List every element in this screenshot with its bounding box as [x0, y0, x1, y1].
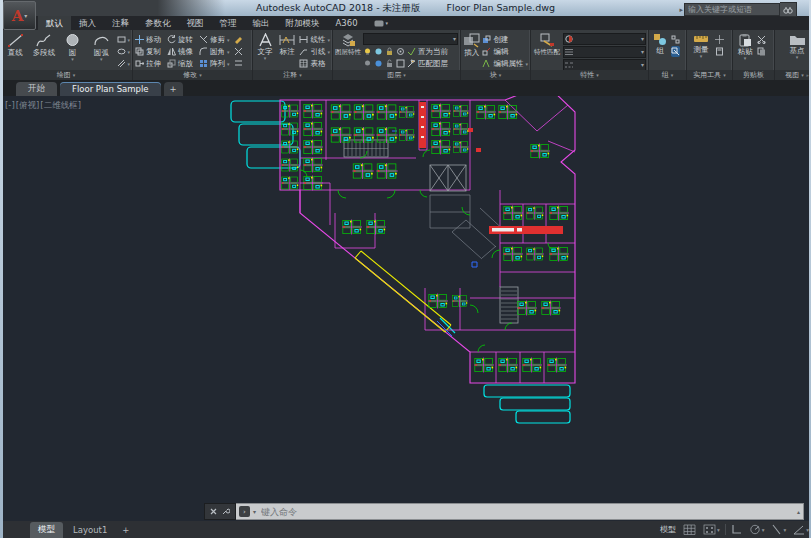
- move-tool[interactable]: 移动: [135, 34, 161, 45]
- edit-block-tool[interactable]: 编辑: [482, 46, 528, 57]
- panel-block-footer[interactable]: 块▾: [461, 70, 530, 80]
- layer-properties-button[interactable]: 图层特性: [335, 32, 361, 56]
- arc-tool[interactable]: 圆弧▾: [88, 32, 115, 61]
- help-search-input[interactable]: [684, 3, 780, 16]
- recent-commands-dropdown-icon[interactable]: ▾: [253, 508, 256, 515]
- circle-tool[interactable]: 圆▾: [59, 32, 86, 61]
- layer-unlock-icon[interactable]: [385, 59, 394, 68]
- panel-annotation-footer[interactable]: 注释▾: [253, 70, 332, 80]
- layer-thaw-icon[interactable]: [374, 59, 383, 68]
- group-selection-toggle[interactable]: [671, 46, 680, 57]
- polar-tracking-icon[interactable]: ▾: [747, 523, 767, 536]
- panel-view-footer[interactable]: 视图▾»: [775, 70, 811, 80]
- copy-tool[interactable]: 复制: [135, 46, 161, 57]
- model-space-canvas[interactable]: [-] [俯视] [二维线框]: [0, 96, 811, 521]
- point-tool-icon[interactable]: [715, 34, 724, 45]
- ribbon-tab-annotate[interactable]: 注释: [104, 16, 137, 30]
- ortho-icon[interactable]: [729, 523, 744, 536]
- layer-isolate-icon[interactable]: [396, 47, 405, 56]
- rectangle-tool-icon[interactable]: ▾: [117, 34, 131, 45]
- viewport-view-control[interactable]: [俯视]: [16, 100, 40, 112]
- hatch-tool-icon[interactable]: ▾: [117, 58, 131, 69]
- layer-dropdown[interactable]: [363, 33, 458, 45]
- application-menu-button[interactable]: A▾: [3, 1, 36, 30]
- scale-tool[interactable]: 缩放: [167, 58, 193, 69]
- ribbon-tab-parametric[interactable]: 参数化: [137, 16, 179, 30]
- ribbon-tab-addins[interactable]: 附加模块: [278, 16, 328, 30]
- trim-tool[interactable]: 修剪▾: [199, 34, 230, 45]
- linear-dimension-tool[interactable]: 线性▾: [299, 34, 330, 45]
- layout1-tab[interactable]: Layout1: [65, 523, 115, 537]
- ribbon-tab-output[interactable]: 输出: [245, 16, 278, 30]
- ribbon-tab-home[interactable]: 默认: [38, 16, 71, 30]
- leader-tool[interactable]: 引线▾: [299, 46, 330, 57]
- snap-icon[interactable]: ▾: [701, 523, 722, 536]
- search-binoculars-icon[interactable]: [780, 2, 797, 17]
- panel-groups-footer[interactable]: 组▾: [649, 70, 686, 80]
- ribbon-tab-insert[interactable]: 插入: [71, 16, 104, 30]
- customize-command-icon[interactable]: [221, 507, 230, 516]
- title-bar[interactable]: Autodesk AutoCAD 2018 - 未注册版 Floor Plan …: [0, 0, 811, 16]
- dimension-tool[interactable]: 标注: [277, 32, 297, 56]
- polyline-tool[interactable]: 多段线: [31, 32, 58, 57]
- match-properties-button[interactable]: 特性匹配: [533, 32, 561, 56]
- model-space-toggle[interactable]: 模型: [658, 523, 678, 536]
- close-command-icon[interactable]: [210, 508, 217, 515]
- calculator-tool-icon[interactable]: [715, 46, 724, 57]
- ellipse-tool-icon[interactable]: ▾: [117, 46, 131, 57]
- lineweight-dropdown[interactable]: [563, 46, 646, 58]
- fillet-tool[interactable]: 圆角▾: [199, 46, 230, 57]
- base-button[interactable]: 基点▾: [782, 32, 811, 59]
- isodraft-icon[interactable]: ▾: [769, 523, 788, 536]
- panel-modify-footer[interactable]: 修改▾: [133, 70, 252, 80]
- layer-off-icon[interactable]: [363, 59, 372, 68]
- object-color-dropdown[interactable]: [563, 33, 646, 45]
- table-tool[interactable]: 表格: [299, 58, 330, 69]
- command-input-area[interactable]: › ▾ ▴: [236, 503, 804, 520]
- ribbon-tab-a360[interactable]: A360: [328, 16, 366, 30]
- panel-utilities-footer[interactable]: 实用工具▾: [687, 70, 732, 80]
- erase-tool-icon[interactable]: [234, 34, 243, 45]
- ungroup-tool-icon[interactable]: [671, 34, 680, 45]
- offset-tool-icon[interactable]: [234, 58, 243, 69]
- match-layer-button[interactable]: 匹配图层: [407, 58, 448, 69]
- command-history-expand-icon[interactable]: ▴: [797, 508, 800, 515]
- panel-properties-footer[interactable]: 特性▾: [531, 70, 648, 80]
- line-tool[interactable]: 直线: [2, 32, 29, 57]
- paste-button[interactable]: 粘贴▾: [735, 32, 755, 60]
- viewport-visual-style-control[interactable]: [二维线框]: [40, 100, 81, 112]
- new-drawing-tab-button[interactable]: +: [164, 82, 183, 96]
- copy-clip-tool-icon[interactable]: [757, 46, 766, 57]
- model-tab[interactable]: 模型: [30, 522, 63, 538]
- osnap-icon[interactable]: ▾: [791, 523, 811, 536]
- new-layout-button[interactable]: +: [117, 523, 134, 537]
- rotate-tool[interactable]: 旋转: [167, 34, 193, 45]
- text-tool[interactable]: 文字▾: [255, 32, 275, 60]
- explode-tool-icon[interactable]: [234, 46, 243, 57]
- make-current-button[interactable]: 置为当前: [407, 46, 448, 57]
- featured-apps-tab[interactable]: ▾: [366, 16, 397, 30]
- edit-attributes-tool[interactable]: 编辑属性▾: [482, 58, 528, 69]
- file-tab-drawing[interactable]: Floor Plan Sample: [60, 82, 161, 96]
- panel-draw-footer[interactable]: 绘图▾: [0, 70, 132, 80]
- layer-walk-icon[interactable]: [396, 59, 405, 68]
- layer-freeze-icon[interactable]: [374, 47, 383, 56]
- mirror-tool[interactable]: 镜像: [167, 46, 193, 57]
- grid-icon[interactable]: [681, 523, 698, 536]
- group-button[interactable]: 组: [651, 32, 669, 55]
- file-tab-start[interactable]: 开始: [16, 82, 57, 96]
- insert-block-button[interactable]: 插入: [463, 32, 480, 57]
- create-block-tool[interactable]: 创建: [482, 34, 528, 45]
- stretch-tool[interactable]: 拉伸: [135, 58, 161, 69]
- search-collapse-icon[interactable]: ▸: [679, 6, 683, 14]
- cut-tool-icon[interactable]: [757, 34, 766, 45]
- measure-button[interactable]: 测量▾: [689, 32, 713, 58]
- ribbon-tab-manage[interactable]: 管理: [212, 16, 245, 30]
- layer-on-icon[interactable]: [363, 47, 372, 56]
- panel-layers-footer[interactable]: 图层▾: [333, 70, 460, 80]
- array-tool[interactable]: 阵列▾: [199, 58, 230, 69]
- command-prompt-icon[interactable]: ›: [239, 506, 250, 517]
- ribbon-tab-view[interactable]: 视图: [179, 16, 212, 30]
- layer-lock-icon[interactable]: [385, 47, 394, 56]
- viewport-menu-control[interactable]: [-]: [5, 100, 15, 112]
